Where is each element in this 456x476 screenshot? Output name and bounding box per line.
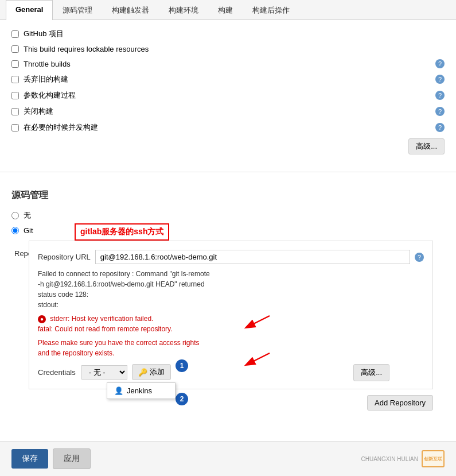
error-line2: -h git@192.168.1.6:root/web-demo.git HEA… bbox=[38, 279, 424, 289]
jenkins-dropdown-item[interactable]: 👤 Jenkins bbox=[107, 383, 175, 398]
checkbox-lockable-input[interactable] bbox=[11, 45, 19, 53]
key-icon: 🔑 bbox=[138, 368, 147, 377]
checkbox-disable: 关闭构建 ? bbox=[11, 106, 445, 117]
badge-1: 1 bbox=[176, 359, 188, 372]
url-help-icon[interactable]: ? bbox=[415, 253, 424, 262]
checkbox-concurrent-label: 在必要的时候并发构建 bbox=[24, 122, 98, 133]
url-label: Repository URL bbox=[38, 253, 91, 261]
radio-git-label: Git bbox=[24, 226, 33, 235]
watermark-logo: 创新互联 bbox=[422, 450, 445, 467]
add-btn-label: 添加 bbox=[150, 367, 165, 377]
apply-button[interactable]: 应用 bbox=[53, 448, 91, 469]
watermark-line2: CHUANGXIN HULIAN bbox=[361, 456, 418, 462]
error-line6: fatal: Could not read from remote reposi… bbox=[38, 324, 424, 334]
checkbox-param-input[interactable] bbox=[11, 92, 19, 99]
add-credentials-button[interactable]: 🔑 添加 bbox=[132, 364, 171, 380]
error-stderr-row: ● stderr: Host key verification failed. bbox=[38, 314, 424, 324]
advanced-btn-row: 高级... bbox=[11, 138, 445, 154]
checkbox-lockable: This build requires lockable resources bbox=[11, 45, 445, 53]
tab-post-build[interactable]: 构建后操作 bbox=[243, 0, 299, 20]
error-line3: status code 128: bbox=[38, 289, 424, 300]
checkbox-disable-label: 关闭构建 bbox=[24, 106, 53, 117]
tab-general[interactable]: General bbox=[6, 0, 53, 20]
section-divider bbox=[0, 172, 456, 172]
advanced-button[interactable]: 高级... bbox=[408, 138, 445, 154]
checkbox-github-label: GitHub 项目 bbox=[24, 29, 64, 39]
param-help-icon[interactable]: ? bbox=[435, 91, 445, 100]
source-mgmt-section: 源码管理 无 Git Repositories gitlab服务器的ssh方式 bbox=[0, 181, 456, 419]
error-line5: stderr: Host key verification failed. bbox=[50, 315, 153, 323]
discard-help-icon[interactable]: ? bbox=[435, 75, 445, 84]
credentials-dropdown: 👤 Jenkins bbox=[107, 382, 176, 399]
radio-none-label: 无 bbox=[24, 210, 31, 220]
throttle-help-icon[interactable]: ? bbox=[435, 59, 445, 68]
checkbox-throttle: Throttle builds ? bbox=[11, 59, 445, 68]
source-mgmt-title: 源码管理 bbox=[11, 189, 445, 202]
error-line4: stdout: bbox=[38, 300, 424, 310]
annotation-label: gitlab服务器的ssh方式 bbox=[80, 227, 163, 236]
checkbox-github: GitHub 项目 bbox=[11, 29, 445, 39]
checkbox-discard-input[interactable] bbox=[11, 76, 19, 83]
error-icon: ● bbox=[38, 315, 46, 323]
save-button[interactable]: 保存 bbox=[11, 449, 48, 469]
checkbox-param: 参数化构建过程 ? bbox=[11, 90, 445, 100]
checkbox-discard: 丢弃旧的构建 ? bbox=[11, 74, 445, 84]
add-repository-button[interactable]: Add Repository bbox=[367, 395, 433, 411]
checkbox-discard-label: 丢弃旧的构建 bbox=[24, 74, 68, 84]
checkbox-throttle-input[interactable] bbox=[11, 60, 19, 68]
concurrent-help-icon[interactable]: ? bbox=[435, 123, 445, 132]
checkbox-lockable-label: This build requires lockable resources bbox=[24, 45, 149, 53]
tab-build[interactable]: 构建 bbox=[208, 0, 243, 20]
general-section: GitHub 项目 This build requires lockable r… bbox=[0, 20, 456, 169]
checkbox-throttle-label: Throttle builds bbox=[24, 60, 71, 68]
url-row: Repository URL ? bbox=[38, 250, 424, 264]
checkbox-concurrent: 在必要的时候并发构建 ? bbox=[11, 122, 445, 133]
repo-advanced-button[interactable]: 高级... bbox=[353, 364, 389, 381]
credentials-select[interactable]: - 无 - bbox=[81, 365, 127, 380]
radio-git[interactable] bbox=[11, 227, 19, 234]
error-line8-row: Please make sure you have the correct ac… bbox=[38, 338, 424, 348]
credentials-row: Credentials - 无 - 🔑 添加 1 bbox=[38, 364, 424, 380]
badge-2: 2 bbox=[176, 393, 188, 405]
error-line1: Failed to connect to repository : Comman… bbox=[38, 269, 424, 279]
watermark: CHUANGXIN HULIAN 创新互联 bbox=[361, 450, 445, 467]
credentials-label: Credentials bbox=[38, 368, 76, 377]
radio-none-row: 无 bbox=[11, 210, 445, 220]
radio-none[interactable] bbox=[11, 212, 19, 219]
tab-source[interactable]: 源码管理 bbox=[53, 0, 102, 20]
jenkins-icon: 👤 bbox=[114, 386, 123, 395]
checkbox-disable-input[interactable] bbox=[11, 108, 19, 115]
jenkins-label: Jenkins bbox=[127, 386, 152, 395]
annotation-box: gitlab服务器的ssh方式 bbox=[75, 223, 169, 241]
error-block: Failed to connect to repository : Comman… bbox=[38, 269, 424, 358]
repo-url-input[interactable] bbox=[95, 250, 410, 264]
disable-help-icon[interactable]: ? bbox=[435, 107, 445, 116]
error-line9: and the repository exists. bbox=[38, 348, 424, 358]
bottom-bar: 保存 应用 CHUANGXIN HULIAN 创新互联 bbox=[0, 441, 456, 476]
tab-build-env[interactable]: 构建环境 bbox=[159, 0, 208, 20]
checkbox-github-input[interactable] bbox=[11, 30, 19, 38]
error-line8: Please make sure you have the correct ac… bbox=[38, 339, 199, 347]
checkbox-param-label: 参数化构建过程 bbox=[24, 90, 76, 100]
main-container: General 源码管理 构建触发器 构建环境 构建 构建后操作 GitHub … bbox=[0, 0, 456, 476]
checkbox-concurrent-input[interactable] bbox=[11, 124, 19, 131]
tabs-bar: General 源码管理 构建触发器 构建环境 构建 构建后操作 bbox=[0, 0, 456, 20]
tab-triggers[interactable]: 构建触发器 bbox=[102, 0, 159, 20]
